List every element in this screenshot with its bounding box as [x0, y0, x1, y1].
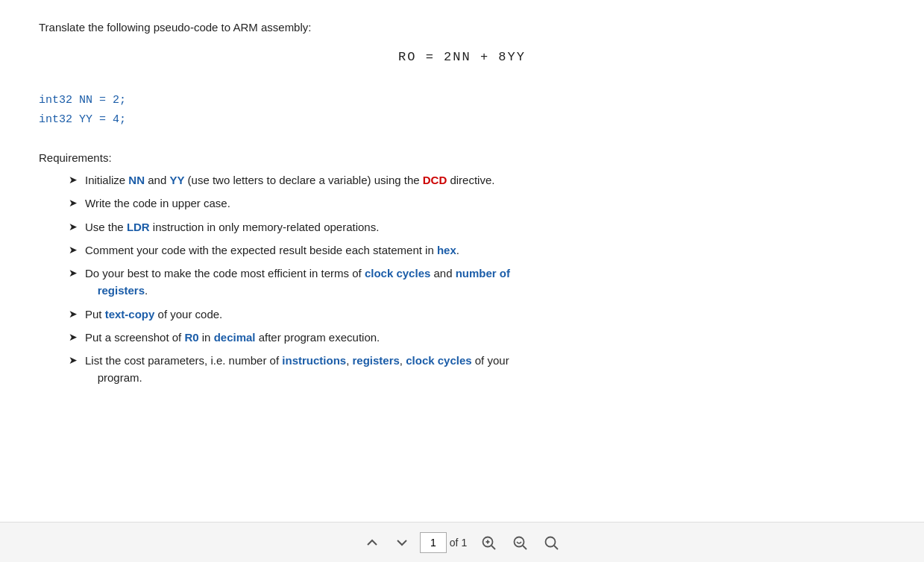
- instructions-bold: instructions: [282, 354, 346, 367]
- zoom-in-icon: [480, 534, 497, 551]
- dcd-bold: DCD: [423, 174, 447, 186]
- req-text: Put text-copy of your code.: [85, 306, 222, 323]
- arrow-icon: ➤: [69, 353, 78, 369]
- clock-cycles-bold: clock cycles: [365, 267, 430, 280]
- svg-line-3: [491, 546, 495, 549]
- list-item: ➤ List the cost parameters, i.e. number …: [69, 352, 885, 387]
- hex-bold: hex: [437, 244, 456, 256]
- arrow-icon: ➤: [69, 265, 78, 282]
- decimal-bold: decimal: [214, 331, 256, 344]
- num-registers-bold: number of registers: [85, 267, 510, 297]
- arrow-icon: ➤: [69, 306, 78, 323]
- chevron-up-icon: [365, 535, 380, 550]
- intro-text: Translate the following pseudo-code to A…: [39, 21, 885, 34]
- text-copy-bold: text-copy: [105, 308, 155, 321]
- req-text: Do your best to make the code most effic…: [85, 265, 510, 300]
- ldr-bold: LDR: [127, 221, 150, 233]
- list-item: ➤ Initialize NN and YY (use two letters …: [69, 171, 885, 189]
- zoom-in-button[interactable]: [473, 530, 504, 555]
- page-number-input[interactable]: [420, 532, 447, 553]
- zoom-out-button[interactable]: [504, 530, 535, 555]
- arrow-icon: ➤: [69, 242, 78, 259]
- yy-bold: YY: [169, 174, 184, 186]
- list-item: ➤ Put text-copy of your code.: [69, 306, 885, 323]
- list-item: ➤ Do your best to make the code most eff…: [69, 265, 885, 300]
- nn-bold: NN: [128, 174, 145, 186]
- arrow-icon: ➤: [69, 329, 78, 346]
- next-button[interactable]: [387, 531, 417, 555]
- req-text: Write the code in upper case.: [85, 195, 230, 212]
- page-content: Translate the following pseudo-code to A…: [0, 0, 924, 387]
- arrow-icon: ➤: [69, 172, 78, 189]
- svg-point-4: [515, 537, 524, 546]
- code-block: int32 NN = 2; int32 YY = 4;: [39, 91, 885, 129]
- search-button[interactable]: [535, 530, 567, 555]
- code-line-1: int32 NN = 2;: [39, 91, 885, 110]
- page-input-wrap: of 1: [420, 532, 470, 553]
- req-text: List the cost parameters, i.e. number of…: [85, 352, 509, 387]
- arrow-icon: ➤: [69, 219, 78, 236]
- req-text: Initialize NN and YY (use two letters to…: [85, 171, 494, 189]
- chevron-down-icon: [395, 535, 409, 550]
- list-item: ➤ Comment your code with the expected re…: [69, 241, 885, 259]
- req-text: Put a screenshot of R0 in decimal after …: [85, 329, 380, 346]
- prev-button[interactable]: [357, 531, 387, 555]
- list-item: ➤ Use the LDR instruction in only memory…: [69, 218, 885, 236]
- svg-line-5: [523, 546, 527, 549]
- code-line-2: int32 YY = 4;: [39, 110, 885, 130]
- search-icon: [543, 534, 559, 551]
- of-label: of 1: [450, 537, 467, 549]
- svg-point-6: [546, 537, 556, 546]
- registers-bold: registers: [352, 354, 399, 367]
- bottom-toolbar: of 1: [0, 522, 924, 562]
- list-item: ➤ Put a screenshot of R0 in decimal afte…: [69, 329, 885, 346]
- formula-line: RO = 2NN + 8YY: [39, 50, 885, 64]
- svg-line-7: [554, 546, 558, 549]
- req-text: Comment your code with the expected resu…: [85, 241, 459, 259]
- requirements-title: Requirements:: [39, 151, 885, 164]
- clock-cycles-bold2: clock cycles: [406, 354, 471, 367]
- req-text: Use the LDR instruction in only memory-r…: [85, 218, 379, 236]
- requirements-list: ➤ Initialize NN and YY (use two letters …: [39, 171, 885, 387]
- arrow-icon: ➤: [69, 195, 78, 212]
- list-item: ➤ Write the code in upper case.: [69, 195, 885, 212]
- r0-bold: R0: [184, 331, 198, 344]
- zoom-out-icon: [512, 534, 528, 551]
